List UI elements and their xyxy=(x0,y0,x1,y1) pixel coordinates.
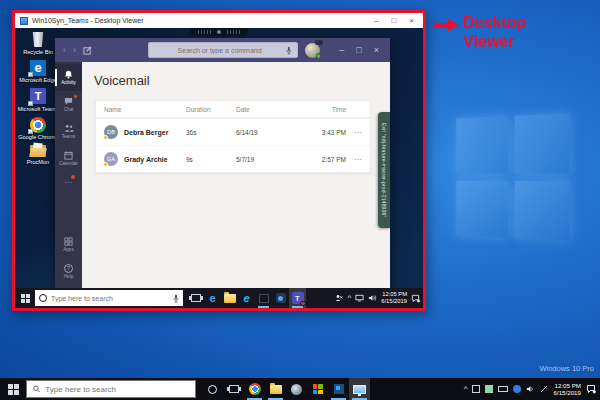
column-date[interactable]: Date xyxy=(236,106,296,113)
presence-available-dot xyxy=(316,53,322,59)
viewer-titlebar[interactable]: Win10Syn_Teams - Desktop Viewer – □ × xyxy=(15,13,423,28)
connect-icon[interactable] xyxy=(335,294,343,302)
taskbar-clock[interactable]: 12:05 PM 6/15/2019 xyxy=(381,291,407,305)
avatar[interactable] xyxy=(305,43,320,58)
host-taskbar: ^ 12:05 PM 6/15/2019 xyxy=(0,378,600,400)
desktop-icon-google-chrome[interactable]: ↗ Google Chrome xyxy=(17,116,59,140)
teams-window[interactable]: ‹ › xyxy=(55,38,390,288)
file-explorer-icon xyxy=(224,294,236,303)
teams-people-icon xyxy=(64,124,74,133)
caller-name: Grady Archie xyxy=(124,156,168,163)
start-button[interactable] xyxy=(15,288,35,308)
taskbar-search-input[interactable] xyxy=(45,385,189,394)
windows-edition-watermark: Windows 10 Pro xyxy=(539,364,594,373)
tray-app-icon[interactable] xyxy=(472,385,480,393)
speaker-icon[interactable] xyxy=(526,385,535,393)
taskbar-teams[interactable]: T xyxy=(289,288,306,308)
table-row[interactable]: DB Debra Berger 36s 6/14/19 3:43 PM ··· xyxy=(96,118,370,145)
speaker-icon[interactable] xyxy=(368,294,377,302)
taskbar-search[interactable] xyxy=(35,290,183,306)
network-icon[interactable] xyxy=(355,294,364,302)
voicemail-duration: 36s xyxy=(186,129,236,136)
ethernet-icon[interactable] xyxy=(540,385,548,393)
teams-command-box[interactable] xyxy=(148,42,298,58)
tray-green-app-icon[interactable] xyxy=(485,385,493,393)
new-chat-icon[interactable] xyxy=(83,46,92,55)
taskbar-file-explorer[interactable] xyxy=(221,288,238,308)
column-time[interactable]: Time xyxy=(296,106,346,113)
battery-icon[interactable] xyxy=(498,386,508,392)
teams-search-input[interactable] xyxy=(154,47,286,54)
column-name[interactable]: Name xyxy=(104,106,186,113)
exit-session-tab[interactable]: Exit "ndj-feature-master-prod-2148936" xyxy=(378,112,390,228)
more-options-icon[interactable]: ··· xyxy=(346,128,362,137)
task-view-button[interactable] xyxy=(187,288,204,308)
taskbar-remote-app[interactable] xyxy=(328,378,349,400)
taskbar-skype-for-business[interactable] xyxy=(272,288,289,308)
hidden-icons-button[interactable]: ^ xyxy=(347,294,351,302)
teams-icon: T xyxy=(292,292,304,304)
viewer-close-button[interactable]: × xyxy=(409,16,414,25)
desktop-viewer-window[interactable]: Win10Syn_Teams - Desktop Viewer – □ × Re… xyxy=(12,10,426,311)
rail-item-more[interactable]: ··· xyxy=(55,179,82,191)
taskbar-edge[interactable]: e xyxy=(204,288,221,308)
voicemail-duration: 9s xyxy=(186,156,236,163)
rail-item-calendar[interactable]: Calendar xyxy=(55,145,82,172)
taskbar-file-explorer[interactable] xyxy=(265,378,286,400)
hidden-icons-button[interactable]: ^ xyxy=(464,385,468,393)
taskbar-search[interactable] xyxy=(26,380,196,398)
teams-titlebar[interactable]: ‹ › xyxy=(55,38,390,62)
shortcut-arrow-icon: ↗ xyxy=(28,129,33,134)
grip-knob-icon xyxy=(217,30,221,34)
taskbar-procmon[interactable] xyxy=(255,288,272,308)
taskbar-internet-explorer[interactable]: e xyxy=(238,288,255,308)
taskbar-desktop-viewer[interactable] xyxy=(349,378,370,400)
avatar: DB xyxy=(104,125,118,139)
forward-button[interactable]: › xyxy=(73,45,76,55)
taskbar-cortana[interactable] xyxy=(202,378,223,400)
rail-item-teams[interactable]: Teams xyxy=(55,118,82,145)
teams-maximize-button[interactable]: □ xyxy=(356,45,361,55)
desktop-icon-recycle-bin[interactable]: Recycle Bin xyxy=(17,31,59,55)
rail-item-help[interactable]: ? Help xyxy=(55,258,82,285)
desktop-icon-procmon[interactable]: ProcMon xyxy=(17,145,59,165)
taskbar-search-input[interactable] xyxy=(51,295,169,302)
taskbar-chrome[interactable] xyxy=(244,378,265,400)
table-row[interactable]: GA Grady Archie 9s 5/7/19 2:57 PM ··· xyxy=(96,145,370,172)
desktop-icon-microsoft-teams[interactable]: T ↗ Microsoft Teams xyxy=(17,88,59,112)
viewer-maximize-button[interactable]: □ xyxy=(391,16,396,25)
voicemail-time: 2:57 PM xyxy=(296,156,346,163)
more-options-icon[interactable]: ··· xyxy=(346,155,362,164)
recycle-bin-icon xyxy=(32,32,44,47)
back-button[interactable]: ‹ xyxy=(63,45,66,55)
voicemail-date: 5/7/19 xyxy=(236,156,296,163)
taskbar-citrix-workspace[interactable] xyxy=(286,378,307,400)
teams-minimize-button[interactable]: – xyxy=(339,45,344,55)
shortcut-arrow-icon: ↗ xyxy=(28,72,33,77)
shortcut-arrow-icon: ↗ xyxy=(28,101,33,106)
voicemail-date: 6/14/19 xyxy=(236,129,296,136)
taskbar-clock[interactable]: 12:05 PM 6/15/2019 xyxy=(553,382,581,397)
teams-close-button[interactable]: × xyxy=(374,45,379,55)
rail-item-apps[interactable]: Apps xyxy=(55,231,82,258)
rail-item-activity[interactable]: Activity xyxy=(55,64,82,91)
viewer-toolbar-grip[interactable] xyxy=(190,28,248,36)
desktop-icon-microsoft-edge[interactable]: e ↗ Microsoft Edge xyxy=(17,59,59,83)
skype-icon[interactable] xyxy=(513,385,521,393)
task-view-icon xyxy=(229,385,239,393)
column-duration[interactable]: Duration xyxy=(186,106,236,113)
viewer-minimize-button[interactable]: – xyxy=(374,16,378,25)
rail-item-chat[interactable]: Chat xyxy=(55,91,82,118)
viewer-title: Win10Syn_Teams - Desktop Viewer xyxy=(32,17,144,24)
microphone-icon[interactable] xyxy=(173,294,179,303)
action-center-icon[interactable] xyxy=(586,384,596,394)
start-button[interactable] xyxy=(0,378,26,400)
taskbar-admin-tool[interactable] xyxy=(307,378,328,400)
viewer-app-icon xyxy=(20,17,28,25)
voicemail-panel: Voicemail Name Duration Date Time xyxy=(82,62,390,288)
teams-app-rail: Activity Chat Teams xyxy=(55,62,82,288)
action-center-icon[interactable] xyxy=(411,294,420,303)
microphone-icon[interactable] xyxy=(286,46,292,55)
annotation-arrow-icon xyxy=(433,19,460,31)
task-view-button[interactable] xyxy=(223,378,244,400)
